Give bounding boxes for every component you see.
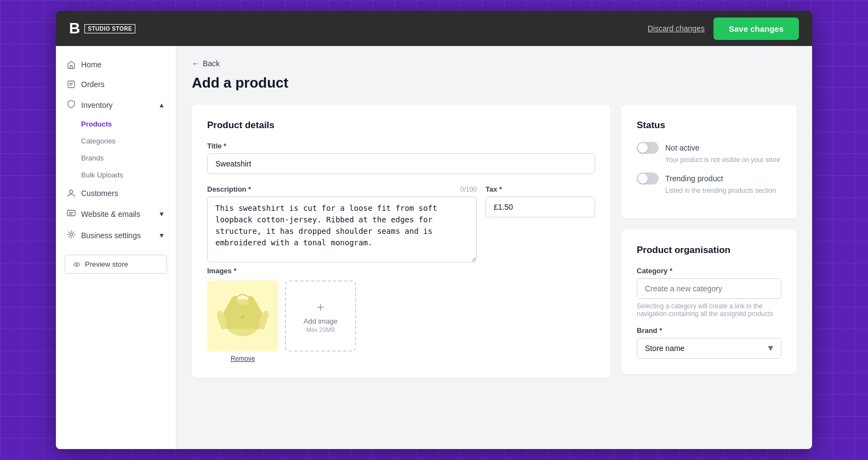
logo-b: B bbox=[69, 21, 80, 36]
images-row: Remove + Add image Max 20MB bbox=[207, 280, 595, 363]
status-card: Status Not active Your product is not vi… bbox=[621, 105, 797, 219]
sidebar-item-customers-label: Customers bbox=[81, 189, 118, 198]
title-label: Title * bbox=[207, 142, 595, 150]
header-actions: Discard changes Save changes bbox=[648, 18, 799, 40]
website-icon bbox=[67, 209, 76, 219]
svg-rect-0 bbox=[68, 81, 75, 88]
description-textarea[interactable]: This sweatshirt is cut for a loose fit f… bbox=[207, 197, 477, 262]
svg-point-1 bbox=[70, 190, 73, 193]
description-label: Description * bbox=[207, 185, 251, 193]
logo-text: STUDIO STORE bbox=[84, 24, 135, 33]
active-label: Not active bbox=[665, 143, 699, 152]
sidebar-item-website-emails-label: Website & emails bbox=[81, 210, 140, 219]
sidebar-item-inventory-label: Inventory bbox=[81, 101, 113, 110]
images-label: Images * bbox=[207, 267, 595, 275]
home-icon bbox=[67, 60, 76, 69]
brand-select[interactable]: Store name bbox=[637, 338, 781, 359]
website-chevron-icon: ▼ bbox=[158, 210, 165, 218]
product-org-title: Product organisation bbox=[637, 245, 781, 256]
title-input[interactable] bbox=[207, 153, 595, 174]
svg-point-7 bbox=[241, 315, 245, 319]
sidebar-sub-item-categories[interactable]: Categories bbox=[56, 133, 176, 150]
tax-label: Tax * bbox=[486, 185, 595, 193]
trending-sub: Listed in the trending products section bbox=[665, 187, 781, 194]
sidebar-item-business-settings[interactable]: Business settings ▼ bbox=[56, 225, 176, 246]
category-label: Category * bbox=[637, 267, 781, 275]
sidebar-sub-item-bulk-uploads[interactable]: Bulk Uploads bbox=[56, 166, 176, 183]
product-org-card: Product organisation Category * Selectin… bbox=[621, 229, 797, 374]
sidebar-item-customers[interactable]: Customers bbox=[56, 183, 176, 203]
category-hint: Selecting a category will create a link … bbox=[637, 302, 781, 318]
sidebar-item-business-settings-label: Business settings bbox=[81, 231, 141, 240]
sidebar-item-website-emails[interactable]: Website & emails ▼ bbox=[56, 203, 176, 225]
business-chevron-icon: ▼ bbox=[158, 232, 165, 239]
add-image-plus-icon: + bbox=[317, 300, 324, 315]
back-link[interactable]: ← Back bbox=[192, 59, 797, 68]
app-header: B STUDIO STORE Discard changes Save chan… bbox=[56, 11, 812, 46]
inventory-icon bbox=[67, 100, 76, 110]
right-column: Status Not active Your product is not vi… bbox=[621, 105, 797, 378]
description-group: Description * 0/100 This sweatshirt is c… bbox=[207, 185, 477, 264]
brand-label: Brand * bbox=[637, 326, 781, 335]
customers-icon bbox=[67, 189, 76, 198]
svg-point-5 bbox=[76, 263, 78, 266]
logo: B STUDIO STORE bbox=[69, 21, 135, 36]
add-image-max: Max 20MB bbox=[306, 326, 335, 333]
active-toggle[interactable] bbox=[637, 142, 659, 154]
description-count: 0/100 bbox=[460, 186, 477, 193]
active-sub: Your product is not visible on your stor… bbox=[665, 156, 781, 164]
sidebar-item-inventory[interactable]: Inventory ▲ bbox=[56, 94, 176, 116]
preview-store-button[interactable]: Preview store bbox=[65, 255, 167, 274]
settings-icon bbox=[67, 230, 76, 240]
tax-input[interactable] bbox=[486, 197, 595, 217]
add-image-box[interactable]: + Add image Max 20MB bbox=[285, 280, 356, 352]
trending-toggle[interactable] bbox=[637, 173, 659, 185]
sidebar-item-orders[interactable]: Orders bbox=[56, 74, 176, 94]
images-section: Images * bbox=[207, 267, 595, 363]
status-title: Status bbox=[637, 120, 781, 131]
sidebar-sub-item-products[interactable]: Products bbox=[56, 116, 176, 133]
tax-group: Tax * bbox=[486, 185, 595, 264]
sidebar-sub-item-brands[interactable]: Brands bbox=[56, 150, 176, 166]
sweatshirt-image bbox=[213, 286, 273, 346]
discard-button[interactable]: Discard changes bbox=[648, 24, 705, 33]
add-image-label: Add image bbox=[304, 317, 338, 325]
back-label: Back bbox=[203, 59, 220, 68]
brand-select-wrapper: Store name ▼ bbox=[637, 338, 781, 359]
sidebar-item-home-label: Home bbox=[81, 60, 101, 69]
back-arrow-icon: ← bbox=[192, 59, 199, 68]
image-thumbnail bbox=[207, 280, 278, 352]
inventory-chevron-icon: ▲ bbox=[158, 101, 165, 109]
eye-icon bbox=[73, 261, 81, 268]
save-button[interactable]: Save changes bbox=[713, 18, 799, 40]
active-toggle-row: Not active bbox=[637, 142, 781, 154]
sidebar: Home Orders Inventory bbox=[56, 46, 176, 449]
title-group: Title * bbox=[207, 142, 595, 174]
svg-rect-2 bbox=[67, 210, 75, 216]
sidebar-item-orders-label: Orders bbox=[81, 80, 105, 89]
remove-image-link[interactable]: Remove bbox=[207, 355, 278, 363]
preview-store-label: Preview store bbox=[85, 260, 128, 268]
product-details-title: Product details bbox=[207, 120, 595, 131]
category-input[interactable] bbox=[637, 278, 781, 299]
product-details-card: Product details Title * Description * 0/… bbox=[192, 105, 610, 378]
image-thumb-wrapper: Remove bbox=[207, 280, 278, 363]
main-content: ← Back Add a product Product details Tit… bbox=[176, 46, 812, 449]
desc-tax-row: Description * 0/100 This sweatshirt is c… bbox=[207, 185, 595, 264]
svg-point-3 bbox=[70, 233, 73, 236]
sidebar-item-home[interactable]: Home bbox=[56, 55, 176, 74]
orders-icon bbox=[67, 80, 76, 89]
svg-point-4 bbox=[74, 262, 80, 266]
trending-toggle-row: Trending product bbox=[637, 173, 781, 185]
trending-label: Trending product bbox=[665, 174, 723, 183]
page-title: Add a product bbox=[192, 74, 797, 91]
